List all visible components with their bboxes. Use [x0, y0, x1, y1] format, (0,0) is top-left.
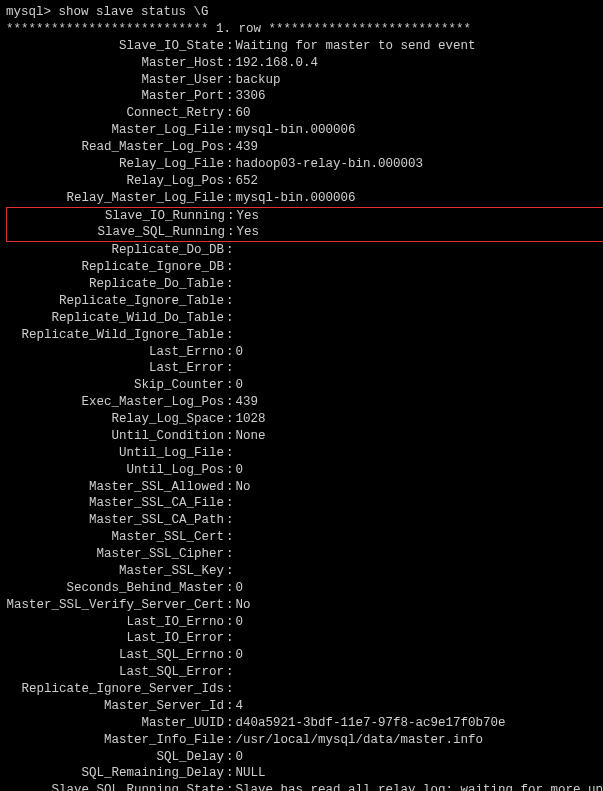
colon-separator: : [224, 614, 236, 631]
status-value: 0 [236, 647, 244, 664]
status-row: Slave_SQL_Running:Yes [7, 224, 603, 241]
status-label: Until_Log_File [6, 445, 224, 462]
status-label: Replicate_Do_DB [6, 242, 224, 259]
status-label: Last_IO_Errno [6, 614, 224, 631]
status-label: Master_SSL_Allowed [6, 479, 224, 496]
status-value: NULL [236, 765, 266, 782]
colon-separator: : [224, 293, 236, 310]
status-label: Master_Server_Id [6, 698, 224, 715]
status-row: Replicate_Ignore_Server_Ids: [6, 681, 603, 698]
status-label: SQL_Delay [6, 749, 224, 766]
status-row: Last_SQL_Errno:0 [6, 647, 603, 664]
status-row: Replicate_Ignore_DB: [6, 259, 603, 276]
status-label: Master_SSL_Cipher [6, 546, 224, 563]
status-label: Slave_IO_Running [7, 208, 225, 225]
status-label: Until_Condition [6, 428, 224, 445]
status-label: SQL_Remaining_Delay [6, 765, 224, 782]
status-value: 652 [236, 173, 259, 190]
colon-separator: : [224, 310, 236, 327]
status-row: Relay_Log_Pos:652 [6, 173, 603, 190]
status-value: No [236, 597, 251, 614]
status-value: 0 [236, 462, 244, 479]
status-row: Master_SSL_Cipher: [6, 546, 603, 563]
status-value: Waiting for master to send event [236, 38, 476, 55]
status-row: Master_Server_Id:4 [6, 698, 603, 715]
colon-separator: : [224, 749, 236, 766]
colon-separator: : [224, 479, 236, 496]
status-value: Yes [237, 224, 260, 241]
status-value: Yes [237, 208, 260, 225]
status-value: hadoop03-relay-bin.000003 [236, 156, 424, 173]
status-row: Master_Info_File:/usr/local/mysql/data/m… [6, 732, 603, 749]
colon-separator: : [224, 377, 236, 394]
colon-separator: : [224, 72, 236, 89]
status-label: Relay_Log_File [6, 156, 224, 173]
status-label: Master_User [6, 72, 224, 89]
colon-separator: : [224, 242, 236, 259]
status-value: 3306 [236, 88, 266, 105]
colon-separator: : [224, 276, 236, 293]
status-value: 0 [236, 344, 244, 361]
status-row: Master_Port:3306 [6, 88, 603, 105]
colon-separator: : [224, 732, 236, 749]
status-label: Exec_Master_Log_Pos [6, 394, 224, 411]
colon-separator: : [224, 698, 236, 715]
status-row: Exec_Master_Log_Pos:439 [6, 394, 603, 411]
colon-separator: : [224, 512, 236, 529]
status-label: Slave_SQL_Running [7, 224, 225, 241]
status-value: Slave has read all relay log; waiting fo… [236, 782, 603, 791]
status-row: Master_SSL_Cert: [6, 529, 603, 546]
status-row: Last_Errno:0 [6, 344, 603, 361]
status-row: Master_SSL_CA_File: [6, 495, 603, 512]
status-row: Slave_SQL_Running_State:Slave has read a… [6, 782, 603, 791]
colon-separator: : [224, 38, 236, 55]
status-label: Replicate_Ignore_Server_Ids [6, 681, 224, 698]
status-value: 439 [236, 394, 259, 411]
colon-separator: : [224, 105, 236, 122]
colon-separator: : [224, 122, 236, 139]
status-label: Master_SSL_CA_File [6, 495, 224, 512]
status-label: Last_Error [6, 360, 224, 377]
status-rows-before-highlight: Slave_IO_State:Waiting for master to sen… [6, 38, 603, 207]
status-label: Master_UUID [6, 715, 224, 732]
status-label: Replicate_Wild_Do_Table [6, 310, 224, 327]
status-row: Until_Log_File: [6, 445, 603, 462]
status-label: Relay_Log_Pos [6, 173, 224, 190]
status-row: Read_Master_Log_Pos:439 [6, 139, 603, 156]
colon-separator: : [224, 462, 236, 479]
status-value: 0 [236, 749, 244, 766]
status-label: Last_IO_Error [6, 630, 224, 647]
colon-separator: : [224, 394, 236, 411]
status-value: 60 [236, 105, 251, 122]
status-label: Seconds_Behind_Master [6, 580, 224, 597]
colon-separator: : [224, 630, 236, 647]
status-label: Relay_Master_Log_File [6, 190, 224, 207]
status-label: Slave_IO_State [6, 38, 224, 55]
status-row: SQL_Remaining_Delay:NULL [6, 765, 603, 782]
colon-separator: : [224, 563, 236, 580]
colon-separator: : [224, 327, 236, 344]
colon-separator: : [224, 681, 236, 698]
status-row: Last_SQL_Error: [6, 664, 603, 681]
status-value: 439 [236, 139, 259, 156]
status-row: Replicate_Ignore_Table: [6, 293, 603, 310]
colon-separator: : [224, 259, 236, 276]
status-row: Skip_Counter:0 [6, 377, 603, 394]
status-row: Relay_Log_File:hadoop03-relay-bin.000003 [6, 156, 603, 173]
colon-separator: : [224, 360, 236, 377]
colon-separator: : [224, 156, 236, 173]
status-row: Master_SSL_CA_Path: [6, 512, 603, 529]
status-label: Master_Info_File [6, 732, 224, 749]
colon-separator: : [224, 88, 236, 105]
highlight-box: Slave_IO_Running:YesSlave_SQL_Running:Ye… [6, 207, 603, 243]
status-value: d40a5921-3bdf-11e7-97f8-ac9e17f0b70e [236, 715, 506, 732]
status-label: Master_Host [6, 55, 224, 72]
status-row: SQL_Delay:0 [6, 749, 603, 766]
status-row: Master_Log_File:mysql-bin.000006 [6, 122, 603, 139]
colon-separator: : [225, 224, 237, 241]
colon-separator: : [224, 580, 236, 597]
status-label: Last_SQL_Errno [6, 647, 224, 664]
colon-separator: : [224, 664, 236, 681]
status-value: None [236, 428, 266, 445]
status-row: Replicate_Do_Table: [6, 276, 603, 293]
